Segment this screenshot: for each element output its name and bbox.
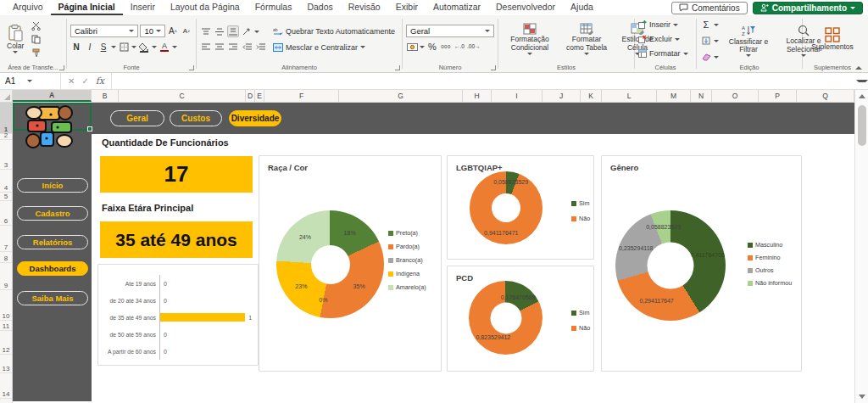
percent-format-button[interactable]: %: [426, 41, 438, 53]
alignment-dialog-launcher[interactable]: [395, 65, 400, 70]
fill-color-button[interactable]: [138, 42, 150, 53]
column-header-n[interactable]: N: [691, 90, 712, 102]
collapse-ribbon-button[interactable]: [855, 66, 862, 70]
merge-center-button[interactable]: Mesclar e Centralizar: [273, 41, 395, 53]
scroll-down-icon[interactable]: [859, 395, 865, 399]
sidebar-item-cadastro[interactable]: Cadastro: [17, 206, 88, 221]
menu-tab-dados[interactable]: Dados: [299, 0, 340, 15]
align-right-button[interactable]: [227, 41, 239, 53]
align-top-button[interactable]: [200, 25, 212, 37]
row-header-5[interactable]: 5: [0, 193, 12, 201]
formula-input[interactable]: [112, 73, 856, 89]
sidebar-item-relatorios[interactable]: Relatórios: [17, 235, 88, 249]
row-header-3[interactable]: 3: [0, 140, 12, 170]
name-box[interactable]: A1: [0, 73, 61, 89]
menu-tab-exibir[interactable]: Exibir: [388, 0, 426, 15]
row-header-6[interactable]: 6: [0, 201, 12, 226]
autosum-button[interactable]: Σ: [700, 19, 712, 31]
copy-button[interactable]: [30, 33, 42, 45]
column-header-f[interactable]: F: [264, 90, 339, 102]
decrease-indent-button[interactable]: [241, 41, 253, 53]
column-header-g[interactable]: G: [339, 90, 463, 102]
scrollbar-thumb[interactable]: [858, 105, 866, 146]
scroll-up-icon[interactable]: [859, 94, 865, 98]
menu-tab-inserir[interactable]: Inserir: [123, 0, 163, 15]
number-dialog-launcher[interactable]: [491, 65, 496, 70]
menu-tab-revisao[interactable]: Revisão: [341, 0, 388, 15]
sidebar-item-saiba-mais[interactable]: Saiba Mais: [17, 291, 88, 305]
format-as-table-button[interactable]: Formatar como Tabela: [560, 22, 613, 56]
menu-tab-formulas[interactable]: Fórmulas: [248, 0, 300, 15]
column-header-m[interactable]: M: [657, 90, 691, 102]
column-header-k[interactable]: K: [581, 90, 602, 102]
column-header-c[interactable]: C: [119, 90, 246, 102]
font-size-select[interactable]: 10: [140, 25, 165, 37]
insert-cells-button[interactable]: Inserir: [638, 19, 678, 31]
column-header-o[interactable]: O: [712, 90, 759, 102]
menu-tab-layout-da-pagina[interactable]: Layout da Página: [163, 0, 248, 15]
menu-tab-pagina-inicial[interactable]: Página Inicial: [51, 0, 123, 15]
format-cells-button[interactable]: Formatar: [638, 48, 688, 60]
decrease-decimal-button[interactable]: .00→: [467, 41, 481, 53]
font-dialog-launcher[interactable]: [189, 65, 194, 70]
menu-tab-desenvolvedor[interactable]: Desenvolvedor: [488, 0, 563, 15]
cut-button[interactable]: [30, 20, 42, 31]
paste-button[interactable]: Colar: [3, 24, 27, 54]
select-all-corner[interactable]: [0, 90, 13, 102]
number-format-select[interactable]: Geral: [406, 25, 494, 37]
row-header-1[interactable]: 1: [0, 103, 12, 134]
clear-button[interactable]: [700, 51, 712, 63]
italic-button[interactable]: I: [84, 42, 96, 53]
fill-button[interactable]: [700, 35, 712, 47]
row-header-11[interactable]: 11: [0, 321, 12, 331]
increase-font-button[interactable]: A˄: [167, 25, 179, 37]
row-header-12[interactable]: 12: [0, 331, 12, 355]
column-header-j[interactable]: J: [542, 90, 581, 102]
sidebar-item-dashboards[interactable]: Dashboards: [17, 261, 88, 276]
column-header-p[interactable]: P: [759, 90, 797, 102]
wrap-text-button[interactable]: ab Quebrar Texto Automaticamente: [273, 25, 395, 37]
align-center-button[interactable]: [214, 41, 225, 53]
menu-tab-automatizar[interactable]: Automatizar: [426, 0, 488, 15]
conditional-formatting-button[interactable]: Formatação Condicional: [502, 22, 558, 56]
clipboard-dialog-launcher[interactable]: [59, 65, 64, 70]
menu-tab-ajuda[interactable]: Ajuda: [563, 0, 601, 15]
column-header-a[interactable]: A: [13, 90, 92, 102]
orientation-button[interactable]: [241, 25, 253, 37]
insert-function-icon[interactable]: fx: [96, 76, 104, 87]
comma-format-button[interactable]: 000: [440, 41, 452, 53]
font-color-button[interactable]: A: [159, 42, 170, 53]
comments-button[interactable]: Comentários: [671, 2, 748, 14]
column-header-i[interactable]: I: [492, 90, 542, 102]
column-header-q[interactable]: Q: [797, 90, 854, 102]
borders-button[interactable]: [118, 42, 130, 53]
column-header-l[interactable]: L: [602, 90, 657, 102]
row-header-9[interactable]: 9: [0, 263, 12, 290]
increase-decimal-button[interactable]: ←.0: [453, 41, 465, 53]
column-header-e[interactable]: E: [255, 90, 264, 102]
currency-format-button[interactable]: [406, 41, 418, 53]
decrease-font-button[interactable]: A˅: [181, 25, 192, 37]
menu-tab-arquivo[interactable]: Arquivo: [5, 0, 51, 15]
cancel-entry-icon[interactable]: ✕: [68, 76, 75, 86]
delete-cells-button[interactable]: Excluir: [638, 33, 680, 46]
bold-button[interactable]: N: [70, 42, 82, 53]
confirm-entry-icon[interactable]: ✓: [81, 76, 88, 86]
align-bottom-button[interactable]: [227, 25, 239, 37]
format-painter-button[interactable]: [30, 47, 42, 59]
column-header-d[interactable]: D: [246, 90, 255, 102]
underline-button[interactable]: S: [97, 42, 109, 53]
row-header-2[interactable]: 2: [0, 134, 12, 140]
row-header-13[interactable]: 13: [0, 355, 12, 373]
share-button[interactable]: Compartilhamento: [753, 2, 863, 14]
sort-filter-button[interactable]: AZ Classificar e Filtrar: [724, 24, 773, 59]
row-header-14[interactable]: 14: [0, 373, 12, 399]
row-header-10[interactable]: 10: [0, 290, 12, 321]
row-header-8[interactable]: 8: [0, 252, 12, 263]
row-header-7[interactable]: 7: [0, 226, 12, 252]
column-header-b[interactable]: B: [92, 90, 119, 102]
vertical-scrollbar[interactable]: [854, 90, 868, 403]
row-header-4[interactable]: 4: [0, 170, 12, 193]
align-middle-button[interactable]: [214, 25, 225, 37]
expand-formula-bar-icon[interactable]: [856, 80, 868, 82]
